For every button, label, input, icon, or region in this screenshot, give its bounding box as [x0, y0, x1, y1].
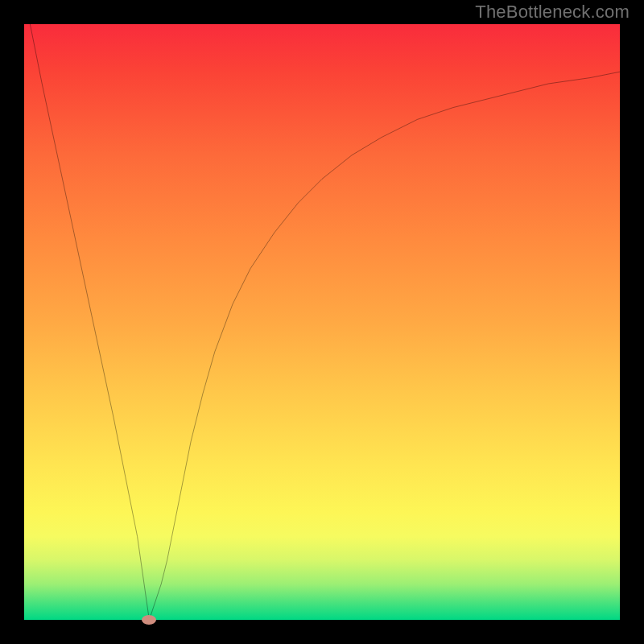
curve-path: [30, 24, 620, 620]
attribution-label: TheBottleneck.com: [475, 2, 630, 23]
plot-area: [24, 24, 620, 620]
chart-wrapper: TheBottleneck.com: [0, 0, 644, 644]
optimal-marker: [142, 615, 156, 625]
bottleneck-curve: [24, 24, 620, 620]
